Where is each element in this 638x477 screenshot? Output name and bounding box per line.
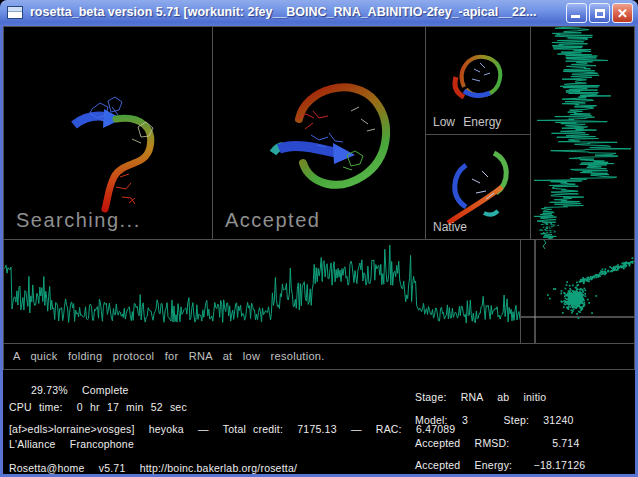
rmsd-label: RMSD [537,220,578,236]
searching-label: Searching... [16,209,141,232]
panel-native: Native [425,134,531,240]
rna-structure-searching [4,27,212,239]
rna-structure-accepted [213,27,427,239]
rosetta-graphics-window: rosetta_beta version 5.71 [workunit: 2fe… [0,0,638,477]
stage-value: Stage: RNA ab initio [415,391,546,403]
graphics-content: Searching... Accepted [3,26,635,474]
panel-searching: Searching... [3,26,213,240]
user-credit-line: [af>edls>lorraine>vosges] heyoka — Total… [9,423,455,435]
caption-bar: A quick folding protocol for RNA at low … [3,343,635,370]
maximize-button[interactable] [589,3,610,23]
panel-low-energy: Low Energy [425,26,531,135]
maximize-icon [595,9,605,18]
panel-accepted: Accepted [212,26,428,240]
energy-rmsd-scatter-plot [521,240,634,343]
rmsd-trace-plot [531,27,634,239]
minimize-icon [571,15,580,18]
low-energy-label: Low Energy [433,115,501,129]
progress-complete: 29.73% Complete [31,384,129,396]
close-icon: ✕ [613,5,632,23]
team-name: L'Alliance Francophone [9,438,134,450]
accepted-rmsd-value: Accepted RMSD: 5.714 [415,437,579,449]
minimize-button[interactable] [566,3,587,23]
close-button[interactable]: ✕ [612,3,633,23]
panel-energy-rmsd-scatter [520,239,635,344]
window-title: rosetta_beta version 5.71 [workunit: 2fe… [30,5,570,19]
accepted-label: Accepted [225,209,320,232]
window-controls: ✕ [566,3,633,23]
title-bar[interactable]: rosetta_beta version 5.71 [workunit: 2fe… [0,0,638,26]
accepted-energy-value: Accepted Energy: −18.17126 [415,459,585,471]
panel-accepted-energy: Accepted Energy [3,239,521,344]
application-window-icon [7,6,23,19]
panel-rmsd: RMSD [530,26,635,240]
accepted-energy-label: Accepted Energy [10,324,122,340]
stats-area: 29.73% Complete CPU time: 0 hr 17 min 52… [3,370,635,474]
caption-text: A quick folding protocol for RNA at low … [13,350,325,362]
model-step-value: Model: 3 Step: 31240 [415,414,574,426]
native-label: Native [433,220,467,234]
app-version-url: Rosetta@home v5.71 http://boinc.bakerlab… [9,462,297,474]
cpu-time: CPU time: 0 hr 17 min 52 sec [9,401,187,413]
